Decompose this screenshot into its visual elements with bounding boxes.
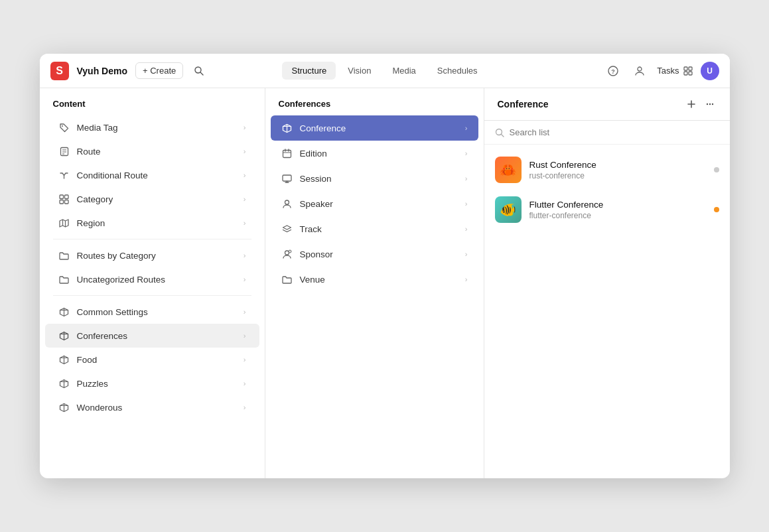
- panel-item-track[interactable]: Track ›: [271, 216, 478, 241]
- sidebar-label: Media Tag: [77, 123, 237, 133]
- chevron-right-icon: ›: [465, 250, 468, 258]
- panel-item-label: Track: [300, 224, 458, 234]
- svg-rect-35: [283, 175, 291, 181]
- panel-item-speaker[interactable]: Speaker ›: [271, 191, 478, 216]
- panel-item-label: Speaker: [300, 199, 458, 209]
- panel-item-sponsor[interactable]: Sponsor ›: [271, 241, 478, 267]
- add-button[interactable]: [685, 98, 698, 111]
- grid-icon: [58, 193, 70, 205]
- panel-item-label: Edition: [300, 149, 458, 159]
- box-icon: [58, 354, 70, 366]
- panel-item-edition[interactable]: Edition ›: [271, 141, 478, 166]
- sidebar-item-media-tag[interactable]: Media Tag ›: [45, 115, 259, 139]
- chevron-right-icon: ›: [244, 251, 246, 259]
- panel-item-label: Conference: [300, 123, 458, 133]
- tasks-label: Tasks: [657, 66, 679, 76]
- user-icon[interactable]: [630, 62, 649, 80]
- tasks-button[interactable]: Tasks: [657, 66, 692, 76]
- sidebar-label: Routes by Category: [77, 251, 237, 261]
- svg-point-44: [711, 103, 713, 105]
- tasks-icon: [683, 66, 693, 76]
- header-right: ? Tasks U: [487, 62, 719, 80]
- search-icon: [194, 66, 204, 76]
- sidebar-item-conditional-route[interactable]: Conditional Route ›: [45, 163, 259, 187]
- folder-icon: [58, 273, 70, 285]
- chevron-right-icon: ›: [244, 171, 246, 179]
- sidebar-item-routes-by-category[interactable]: Routes by Category ›: [45, 243, 259, 267]
- split-icon: [58, 169, 70, 181]
- chevron-right-icon: ›: [244, 308, 246, 316]
- sidebar: Content Media Tag › Route ›: [40, 88, 265, 478]
- chevron-right-icon: ›: [244, 356, 246, 364]
- help-icon[interactable]: ?: [604, 62, 622, 80]
- svg-point-43: [709, 103, 710, 105]
- conference-slug: flutter-conference: [529, 211, 706, 220]
- chevron-right-icon: ›: [244, 275, 246, 283]
- chevron-right-icon: ›: [244, 379, 246, 387]
- svg-rect-31: [283, 150, 291, 157]
- sidebar-label: Category: [77, 194, 237, 204]
- svg-line-1: [200, 72, 203, 75]
- divider: [53, 295, 251, 296]
- svg-rect-14: [65, 195, 69, 199]
- sponsor-icon: [281, 248, 293, 260]
- search-bar-icon: [495, 128, 504, 137]
- panel-item-session[interactable]: Session ›: [271, 166, 478, 191]
- middle-panel: Conferences Conference › Edition ›: [265, 88, 484, 478]
- panel-item-conference[interactable]: Conference ›: [271, 115, 478, 141]
- svg-rect-16: [65, 200, 69, 204]
- conference-name: Flutter Conference: [529, 200, 706, 210]
- create-button[interactable]: + Create: [135, 62, 183, 79]
- header-search-button[interactable]: [191, 63, 206, 78]
- right-panel: Conference 🦀: [484, 88, 730, 478]
- sidebar-label: Puzzles: [77, 379, 237, 389]
- svg-point-37: [285, 200, 289, 204]
- conference-item-rust[interactable]: 🦀 Rust Conference rust-conference: [484, 150, 730, 190]
- more-icon: [705, 99, 715, 109]
- conference-list: 🦀 Rust Conference rust-conference 🐠 Flut…: [484, 145, 730, 235]
- sidebar-title: Content: [40, 88, 265, 115]
- sidebar-item-conferences[interactable]: Conferences ›: [45, 324, 259, 348]
- sidebar-item-uncategorized-routes[interactable]: Uncategorized Routes ›: [45, 267, 259, 291]
- svg-rect-6: [684, 72, 687, 75]
- create-label: + Create: [143, 66, 176, 76]
- panel-item-venue[interactable]: Venue ›: [271, 267, 478, 292]
- right-panel-header: Conference: [484, 88, 730, 121]
- sidebar-item-route[interactable]: Route ›: [45, 139, 259, 163]
- sidebar-item-category[interactable]: Category ›: [45, 187, 259, 211]
- conference-thumbnail-rust: 🦀: [495, 157, 522, 183]
- middle-panel-title: Conferences: [265, 88, 484, 115]
- avatar[interactable]: U: [701, 62, 719, 80]
- sidebar-label: Region: [77, 218, 237, 228]
- svg-rect-7: [689, 72, 692, 75]
- sidebar-item-region[interactable]: Region ›: [45, 211, 259, 235]
- sidebar-item-wonderous[interactable]: Wonderous ›: [45, 395, 259, 419]
- svg-point-39: [289, 250, 291, 253]
- more-options-button[interactable]: [703, 98, 717, 111]
- chevron-right-icon: ›: [244, 123, 246, 131]
- svg-rect-13: [60, 195, 64, 199]
- folder-icon: [58, 249, 70, 261]
- conference-item-flutter[interactable]: 🐠 Flutter Conference flutter-conference: [484, 190, 730, 230]
- sidebar-label: Conferences: [77, 331, 237, 341]
- tab-vision[interactable]: Vision: [338, 62, 380, 80]
- conference-info-flutter: Flutter Conference flutter-conference: [529, 200, 706, 220]
- tab-schedules[interactable]: Schedules: [428, 62, 487, 80]
- svg-line-46: [501, 134, 504, 137]
- sidebar-item-common-settings[interactable]: Common Settings ›: [45, 300, 259, 324]
- panel-item-label: Venue: [300, 275, 458, 285]
- sidebar-item-food[interactable]: Food ›: [45, 348, 259, 371]
- search-bar: [484, 121, 730, 145]
- chevron-right-icon: ›: [244, 332, 246, 340]
- tab-media[interactable]: Media: [383, 62, 425, 80]
- chevron-right-icon: ›: [465, 174, 468, 182]
- sidebar-item-puzzles[interactable]: Puzzles ›: [45, 371, 259, 395]
- tab-structure[interactable]: Structure: [282, 62, 336, 80]
- header-left: S Vyuh Demo + Create: [50, 62, 283, 80]
- svg-rect-15: [60, 200, 64, 204]
- search-input[interactable]: [510, 127, 719, 137]
- sidebar-label: Conditional Route: [77, 170, 237, 180]
- main-content: Content Media Tag › Route ›: [40, 88, 730, 478]
- sidebar-label: Wonderous: [77, 403, 237, 413]
- chevron-right-icon: ›: [244, 195, 246, 203]
